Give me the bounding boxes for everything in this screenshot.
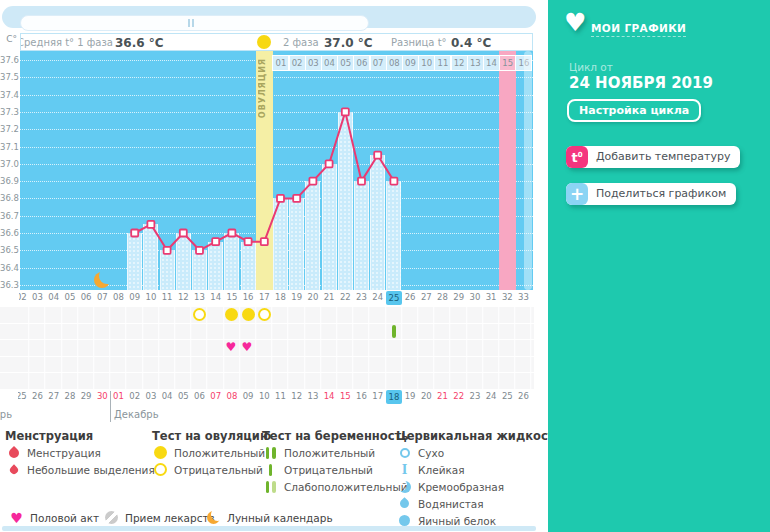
calendar-date: 04 — [159, 391, 175, 401]
legend-item: Положительный — [262, 445, 375, 460]
calendar-date: 30 — [94, 391, 110, 401]
cycle-day-number: 26 — [402, 292, 418, 302]
temperature-line — [20, 51, 533, 290]
legend-item-label: Прием лекарств — [125, 512, 215, 524]
legend-item-label: Клейкая — [418, 464, 465, 476]
legend-item: Положительный — [152, 445, 265, 460]
cycle-day-number: 18 — [273, 292, 289, 302]
calendar-date: 05 — [175, 391, 191, 401]
my-charts-link[interactable]: МОИ ГРАФИКИ — [591, 22, 686, 37]
legend-item: Слабоположительный — [262, 479, 408, 494]
intercourse-heart-icon: ♥ — [242, 341, 253, 354]
pregnancy-negative-icon — [262, 464, 279, 476]
temp-point-marker — [164, 247, 171, 254]
fertility-chart-app: Средняя t° 1 фаза 36.6 °C 2 фаза 37.0 °C… — [0, 0, 770, 532]
cycle-day-number: 13 — [192, 292, 208, 302]
cycle-day-number: 27 — [418, 292, 434, 302]
share-chart-label: Поделиться графиком — [588, 183, 736, 205]
calendar-date: 28 — [62, 391, 78, 401]
cycle-day-number: 04 — [46, 292, 62, 302]
cycle-day-number: 14 — [208, 292, 224, 302]
temp-point-marker — [326, 160, 333, 167]
ovulation-positive-icon — [152, 446, 169, 459]
y-axis-tick-label: 37.6 — [0, 55, 17, 65]
legend-item-label: Половой акт — [30, 512, 99, 524]
calendar-date: 29 — [78, 391, 94, 401]
add-temperature-button[interactable]: t0 Добавить температуру — [566, 146, 740, 168]
ovulation-test-negative-icon — [258, 308, 271, 321]
ovulation-test-positive-icon — [242, 308, 255, 321]
spotting-drop-icon — [5, 466, 22, 474]
temperature-icon: t0 — [566, 146, 588, 168]
y-axis-tick-label: 36.3 — [0, 280, 17, 290]
cycle-day-number: 31 — [483, 292, 499, 302]
temp-point-marker — [277, 195, 284, 202]
cycle-day-number: 11 — [159, 292, 175, 302]
calendar-date: 13 — [305, 391, 321, 401]
legend-section-title: Тест на овуляцию — [152, 429, 271, 443]
phase2-average-label: 2 фаза — [283, 37, 319, 48]
left-clip-overlay — [0, 291, 19, 306]
legend-item: Менструация — [5, 445, 101, 460]
left-clip-overlay-2 — [0, 390, 18, 406]
cycle-day-number: 22 — [337, 292, 353, 302]
y-axis-tick-label: 37.4 — [0, 90, 17, 100]
y-axis-tick-label: 37.2 — [0, 124, 17, 134]
vertical-scrollbar[interactable] — [524, 51, 532, 290]
ovulation-test-negative-icon — [193, 308, 206, 321]
calendar-date: 16 — [354, 391, 370, 401]
share-chart-button[interactable]: + Поделиться графиком — [566, 183, 736, 205]
horizontal-scrollbar-track[interactable] — [2, 6, 536, 28]
y-axis-tick-label: 36.9 — [0, 176, 17, 186]
calendar-date-today: 18 — [386, 390, 402, 404]
symbols-grid: ♥♥ — [0, 306, 534, 389]
calendar-date: 22 — [451, 391, 467, 401]
temp-point-marker — [131, 230, 138, 237]
calendar-date: 01 — [111, 391, 127, 401]
menstruation-drop-icon — [5, 448, 22, 458]
pregnancy-weak-icon — [262, 481, 279, 493]
calendar-date: 03 — [143, 391, 159, 401]
y-axis-tick-label: 36.7 — [0, 211, 17, 221]
calendar-date: 20 — [418, 391, 434, 401]
sidebar: ♥ МОИ ГРАФИКИ Цикл от 24 НОЯБРЯ 2019 Нас… — [548, 0, 770, 532]
y-axis-tick-label: 37.5 — [0, 72, 17, 82]
cycle-day-number: 32 — [499, 292, 515, 302]
legend-item-label: Положительный — [174, 447, 265, 459]
temperature-chart-plot: ОВУЛЯЦИЯ01020304050607080910111213141516 — [20, 51, 533, 290]
calendar-date: 10 — [256, 391, 272, 401]
cycle-day-number: 19 — [289, 292, 305, 302]
calendar-date: 26 — [516, 391, 532, 401]
sidebar-pointer-icon — [541, 62, 548, 76]
legend-item-label: Слабоположительный — [284, 481, 408, 493]
y-axis-tick-label: 36.5 — [0, 245, 17, 255]
cycle-day-number: 21 — [321, 292, 337, 302]
cycle-day-number: 17 — [256, 292, 272, 302]
horizontal-scrollbar-thumb[interactable] — [20, 15, 369, 31]
cycle-day-number: 15 — [224, 292, 240, 302]
temp-difference-value: 0.4 °C — [451, 36, 491, 50]
month-labels-row: Ноябрь Декабрь — [0, 409, 534, 423]
legend-item-label: Отрицательный — [174, 464, 263, 476]
phase1-average-label: Средняя t° 1 фаза — [20, 37, 113, 48]
cf-sticky-icon: I — [396, 464, 413, 476]
legend-item-label: Лунный календарь — [227, 512, 333, 524]
calendar-date: 23 — [467, 391, 483, 401]
temp-point-marker — [390, 178, 397, 185]
temp-point-marker — [261, 238, 268, 245]
cycle-day-number: 30 — [467, 292, 483, 302]
scrollbar-grip-icon[interactable] — [188, 19, 194, 27]
cycle-day-number: 16 — [240, 292, 256, 302]
temp-point-marker — [212, 238, 219, 245]
cycle-settings-button[interactable]: Настройка цикла — [567, 99, 701, 122]
cf-dry-icon — [396, 448, 413, 458]
cycle-day-number: 20 — [305, 292, 321, 302]
cycle-day-number: 24 — [370, 292, 386, 302]
y-axis-unit-label: C° — [0, 34, 17, 44]
calendar-date: 17 — [370, 391, 386, 401]
cycle-day-number: 12 — [175, 292, 191, 302]
cycle-day-number: 29 — [451, 292, 467, 302]
add-temperature-label: Добавить температуру — [588, 146, 740, 168]
temp-point-marker — [342, 108, 349, 115]
temp-point-marker — [228, 230, 235, 237]
